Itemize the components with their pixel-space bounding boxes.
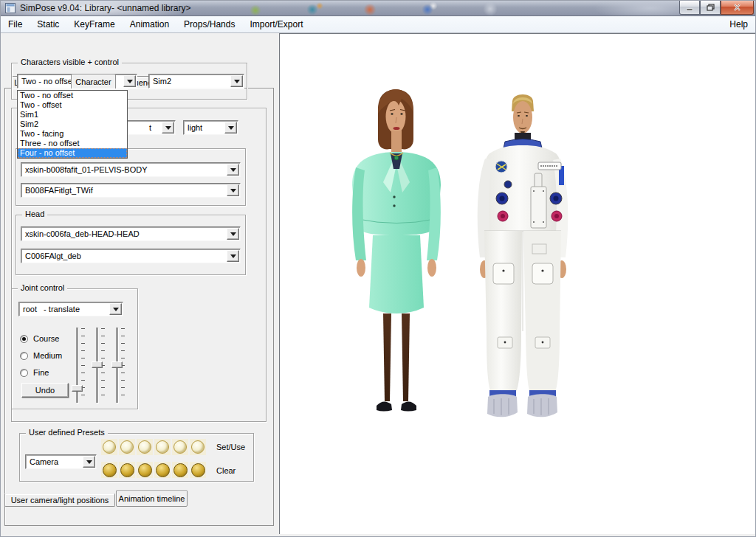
menu-keyframe[interactable]: KeyFrame — [66, 16, 122, 32]
radio-medium[interactable]: Medium — [20, 351, 62, 360]
preset-clear-slot[interactable] — [172, 462, 188, 478]
body-texture-combo[interactable]: B008FAFitlgt_TWif — [21, 183, 241, 198]
preset-clear-slot[interactable] — [101, 462, 117, 478]
character-male-astronaut — [478, 94, 568, 417]
radio-fine-circle[interactable] — [20, 369, 28, 377]
preset-set-slot[interactable] — [137, 439, 153, 455]
chevron-down-icon[interactable] — [109, 303, 122, 315]
slider-z-thumb[interactable] — [111, 361, 123, 368]
radio-medium-circle[interactable] — [20, 352, 28, 360]
characters-render — [280, 34, 756, 534]
close-icon — [733, 4, 741, 11]
dropdown-option[interactable]: Two - no offset — [18, 91, 127, 100]
restore-button[interactable] — [700, 1, 721, 15]
tab-animation-timeline[interactable]: Animation timeline — [116, 491, 188, 507]
slider-x-thumb[interactable] — [72, 385, 83, 392]
preset-clear-slot[interactable] — [119, 462, 135, 478]
menu-bar: File Static KeyFrame Animation Props/Han… — [1, 16, 756, 33]
simpose-window: SimPose v9.04: Library- <unnamed library… — [0, 0, 756, 537]
skin-tone-combo[interactable]: light — [183, 120, 238, 135]
minimize-button[interactable] — [679, 1, 700, 15]
joint-select-combo[interactable]: root - translate — [18, 302, 123, 316]
preset-clear-slot[interactable] — [154, 462, 171, 478]
head-group: Head — [16, 215, 246, 275]
menu-props-hands[interactable]: Props/Hands — [176, 16, 242, 32]
app-icon — [5, 3, 16, 13]
chevron-down-icon[interactable] — [230, 75, 243, 87]
chevron-down-icon[interactable] — [227, 228, 239, 240]
preset-set-slot[interactable] — [190, 439, 206, 455]
dropdown-option[interactable]: Three - no offset — [18, 139, 127, 148]
radio-course[interactable]: Course — [20, 334, 59, 343]
dropdown-option[interactable]: Sim2 — [18, 119, 127, 129]
head-texture-combo[interactable]: C006FAlgt_deb — [21, 249, 241, 263]
undo-button[interactable]: Undo — [21, 383, 69, 398]
clear-label: Clear — [216, 466, 236, 475]
menu-static[interactable]: Static — [30, 16, 66, 32]
chevron-down-icon[interactable] — [227, 164, 239, 176]
menu-help[interactable]: Help — [722, 16, 755, 32]
dropdown-option[interactable]: Sim1 — [18, 110, 127, 119]
slider-y-thumb[interactable] — [92, 361, 103, 368]
left-panel: Lights/Camera Character Sequencing Libra… — [1, 33, 280, 537]
preset-set-slot[interactable] — [119, 439, 135, 455]
menu-file[interactable]: File — [1, 16, 30, 32]
body-mesh-combo[interactable]: xskin-b008fafit_01-PELVIS-BODY — [21, 162, 241, 177]
radio-fine[interactable]: Fine — [20, 368, 49, 377]
preset-target-combo[interactable]: Camera — [25, 454, 97, 469]
tab-user-camera-light-positions[interactable]: User camera/light positions — [4, 493, 115, 507]
preview-viewport[interactable] — [279, 33, 756, 534]
head-mesh-combo[interactable]: xskin-c006fa_deb-HEAD-HEAD — [21, 226, 241, 241]
dropdown-option[interactable]: Two - facing — [18, 129, 127, 139]
preset-set-slot[interactable] — [172, 439, 188, 455]
chevron-down-icon[interactable] — [83, 456, 95, 468]
title-bar[interactable]: SimPose v9.04: Library- <unnamed library… — [1, 1, 756, 16]
menu-import-export[interactable]: Import/Export — [242, 16, 310, 32]
chevron-down-icon[interactable] — [227, 184, 239, 196]
dropdown-option[interactable]: Two - offset — [18, 100, 127, 110]
characters-visible-group-label: Characters visible + control — [18, 58, 122, 66]
character-female-sim — [352, 89, 441, 412]
radio-course-circle[interactable] — [20, 335, 28, 343]
active-sim-combo[interactable]: Sim2 — [148, 74, 244, 89]
presets-group-label: User defined Presets — [26, 428, 108, 437]
chevron-down-icon[interactable] — [227, 250, 239, 262]
chevron-down-icon[interactable] — [162, 122, 174, 134]
character-layout-dropdown-list: Two - no offset Two - offset Sim1 Sim2 T… — [17, 90, 128, 159]
close-button[interactable] — [721, 1, 754, 15]
tab-character[interactable]: Character — [71, 74, 116, 89]
menu-animation[interactable]: Animation — [123, 16, 176, 32]
dropdown-option-selected[interactable]: Four - no offset — [18, 148, 127, 158]
joint-control-group-label: Joint control — [18, 283, 67, 292]
window-title: SimPose v9.04: Library- <unnamed library… — [20, 3, 190, 13]
preset-clear-slot[interactable] — [190, 462, 206, 478]
preset-set-slot[interactable] — [154, 439, 171, 455]
preset-clear-slot[interactable] — [137, 462, 153, 478]
restore-icon — [707, 4, 715, 11]
set-use-label: Set/Use — [216, 443, 245, 451]
head-group-label: Head — [22, 209, 47, 218]
preset-set-slot[interactable] — [101, 439, 117, 455]
chevron-down-icon[interactable] — [224, 122, 237, 134]
chevron-down-icon[interactable] — [123, 75, 136, 87]
minimize-icon — [686, 4, 693, 11]
